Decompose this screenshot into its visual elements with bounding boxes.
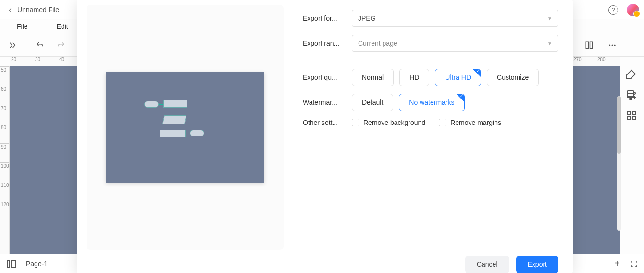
svg-rect-8 [627,116,631,120]
pages-icon[interactable] [6,258,17,270]
ruler-vertical: 50 60 70 80 90 100 110 120 [0,66,10,254]
svg-point-10 [633,92,635,94]
preview-card [87,5,284,250]
svg-rect-9 [632,116,636,120]
menu-file[interactable]: File [17,23,28,30]
format-select[interactable]: JPEG ▼ [352,10,558,27]
preview-shape [162,115,186,124]
preview-panel [77,0,293,273]
svg-point-4 [614,45,616,46]
menu-edit[interactable]: Edit [57,23,68,30]
checkbox-icon [352,119,359,126]
checkbox-icon [439,119,446,126]
preview-canvas [106,72,264,183]
svg-rect-7 [632,111,636,114]
quality-normal[interactable]: Normal [352,69,394,86]
paint-icon[interactable] [626,69,637,81]
watermark-default[interactable]: Default [352,94,393,111]
quality-customize[interactable]: Customize [487,69,539,86]
more-icon[interactable] [605,37,620,53]
svg-rect-0 [586,42,588,49]
layout-icon[interactable] [582,37,597,53]
add-page-icon[interactable]: + [614,258,620,269]
svg-rect-6 [627,111,631,114]
back-icon[interactable]: ‹ [5,5,15,15]
quality-ultrahd[interactable]: Ultra HD [435,69,481,86]
svg-rect-13 [11,261,16,267]
file-title: Unnamed File [17,6,59,13]
side-toolbar [622,66,641,121]
preview-shape [144,101,159,108]
svg-rect-12 [7,261,10,267]
separator [26,39,26,51]
page-label[interactable]: Page-1 [26,260,48,268]
export-button[interactable]: Export [516,256,558,273]
chevron-down-icon: ▼ [547,41,552,46]
watermark-none[interactable]: No watermarks [399,94,464,111]
scrollbar[interactable] [617,96,621,231]
divider [303,60,558,60]
export-options: Export for... JPEG ▼ Export ran... Curre… [293,0,573,273]
sliders-icon[interactable] [626,90,637,102]
svg-point-3 [612,45,613,46]
expand-icon[interactable] [5,37,20,53]
help-icon[interactable]: ? [608,5,618,15]
remove-margins-checkbox[interactable]: Remove margins [439,119,501,126]
range-label: Export ran... [303,39,346,47]
scrollbar-thumb[interactable] [617,96,621,154]
other-label: Other sett... [303,119,346,126]
quality-label: Export qu... [303,74,346,81]
quality-hd[interactable]: HD [399,69,429,86]
avatar[interactable] [627,4,639,16]
preview-shape [190,130,204,136]
svg-point-2 [609,45,610,46]
range-select[interactable]: Current page ▼ [352,35,558,52]
remove-background-checkbox[interactable]: Remove background [352,119,425,126]
grid-icon[interactable] [626,110,637,121]
format-label: Export for... [303,14,346,22]
fullscreen-icon[interactable] [630,260,638,268]
undo-icon[interactable] [32,37,48,53]
preview-shape [163,100,187,108]
chevron-down-icon: ▼ [547,16,552,21]
cancel-button[interactable]: Cancel [465,256,509,273]
export-dialog: Export for... JPEG ▼ Export ran... Curre… [77,0,573,273]
watermark-label: Watermar... [303,99,346,106]
redo-icon[interactable] [53,37,69,53]
preview-shape [160,130,186,137]
svg-rect-1 [590,42,593,49]
